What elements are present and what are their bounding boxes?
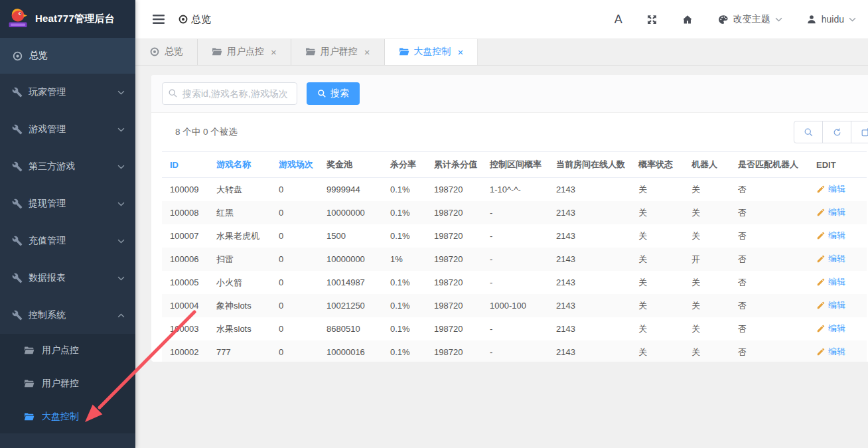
edit-button[interactable]: 编辑	[816, 323, 845, 335]
sidebar-group-5[interactable]: 数据报表	[0, 260, 135, 297]
column-header-0[interactable]: ID	[162, 152, 208, 178]
cell-name: 水果老虎机	[208, 224, 271, 248]
palette-icon	[717, 14, 729, 25]
cell-kill_total: 198720	[426, 248, 482, 271]
tab-3[interactable]: 大盘控制×	[385, 38, 478, 65]
cell-control_range: -	[482, 201, 548, 224]
selection-row: 8 个中 0 个被选	[151, 113, 868, 151]
cell-id: 100007	[162, 224, 208, 248]
tab-bar: 总览用户点控×用户群控×大盘控制×	[135, 38, 868, 66]
sidebar-subitem-0[interactable]: 用户点控	[0, 334, 135, 367]
edit-button[interactable]: 编辑	[816, 206, 845, 218]
export-button[interactable]	[851, 121, 868, 143]
selection-count: 8 个中 0 个被选	[175, 126, 238, 138]
edit-button[interactable]: 编辑	[816, 253, 845, 265]
tab-label: 总览	[165, 46, 183, 58]
font-size-icon[interactable]: A	[615, 13, 622, 27]
search-button-label: 搜索	[330, 88, 349, 100]
theme-switcher[interactable]: 改变主题	[717, 13, 782, 25]
column-header-2[interactable]: 游戏场次	[271, 152, 319, 178]
pencil-icon	[816, 231, 826, 240]
column-header-7: 当前房间在线人数	[548, 152, 630, 178]
refresh-button[interactable]	[822, 121, 851, 143]
sidebar-subitem-2[interactable]: 大盘控制	[0, 400, 135, 433]
chevron-down-icon	[117, 165, 125, 169]
fullscreen-icon[interactable]	[646, 14, 658, 25]
search-button[interactable]: 搜索	[307, 82, 360, 105]
sidebar-group-label: 玩家管理	[29, 86, 117, 98]
cell-kill_total: 198720	[426, 317, 482, 340]
edit-button[interactable]: 编辑	[816, 299, 845, 311]
cell-match_robot: 否	[730, 317, 808, 340]
edit-button[interactable]: 编辑	[816, 346, 845, 358]
cell-session: 0	[271, 317, 319, 340]
games-table-wrap: ID游戏名称游戏场次奖金池杀分率累计杀分值控制区间概率当前房间在线人数概率状态机…	[151, 151, 868, 362]
cell-robot: 关	[684, 340, 730, 362]
cell-edit: 编辑	[808, 271, 867, 294]
close-tab-icon[interactable]: ×	[458, 47, 464, 57]
edit-button[interactable]: 编辑	[816, 276, 845, 288]
menu-toggle-icon[interactable]	[153, 14, 165, 25]
sidebar-group-0[interactable]: 玩家管理	[0, 74, 135, 111]
cell-online: 2143	[548, 201, 630, 224]
chevron-down-icon	[849, 17, 856, 22]
folder-icon	[399, 47, 409, 56]
cell-prob_state: 关	[630, 224, 684, 248]
cell-kill_total: 198720	[426, 271, 482, 294]
sidebar-group-label: 充值管理	[29, 235, 117, 247]
cell-id: 100008	[162, 201, 208, 224]
sidebar-group-2[interactable]: 第三方游戏	[0, 148, 135, 185]
wrench-icon	[12, 198, 23, 209]
column-header-1[interactable]: 游戏名称	[208, 152, 271, 178]
user-menu[interactable]: huidu	[806, 14, 856, 25]
pencil-icon	[816, 185, 826, 194]
cell-name: 象神slots	[208, 294, 271, 317]
search-action-button[interactable]	[794, 121, 823, 143]
cell-kill_total: 198720	[426, 178, 482, 202]
pencil-icon	[816, 254, 826, 263]
chevron-down-icon	[117, 127, 125, 132]
theme-label: 改变主题	[733, 13, 770, 25]
tab-1[interactable]: 用户点控×	[198, 38, 291, 65]
cell-session: 0	[271, 178, 319, 202]
sidebar-group-1[interactable]: 游戏管理	[0, 111, 135, 148]
cell-pool: 10014987	[319, 271, 382, 294]
sidebar-item-overview[interactable]: 总览	[0, 38, 135, 74]
search-input[interactable]	[162, 82, 297, 105]
tab-2[interactable]: 用户群控×	[291, 38, 385, 65]
overview-icon	[149, 46, 160, 57]
sidebar-group-4[interactable]: 充值管理	[0, 222, 135, 260]
chevron-down-icon	[117, 239, 125, 244]
edit-button[interactable]: 编辑	[816, 230, 845, 242]
cell-prob_state: 关	[630, 271, 684, 294]
close-tab-icon[interactable]: ×	[364, 47, 370, 57]
cell-match_robot: 否	[730, 201, 808, 224]
cell-id: 100004	[162, 294, 208, 317]
logo-bar: Heat777管理后台	[0, 0, 135, 38]
folder-icon	[24, 412, 35, 421]
wrench-icon	[12, 273, 23, 283]
sidebar-subitem-1[interactable]: 用户群控	[0, 367, 135, 400]
sidebar-group-3[interactable]: 提现管理	[0, 185, 135, 222]
edit-label: 编辑	[828, 230, 845, 242]
cell-robot: 关	[684, 294, 730, 317]
cell-match_robot: 否	[730, 294, 808, 317]
sidebar-group-6[interactable]: 控制系统	[0, 297, 135, 334]
home-icon[interactable]	[682, 14, 693, 25]
close-tab-icon[interactable]: ×	[271, 47, 277, 57]
cell-kill_total: 198720	[426, 294, 482, 317]
table-row: 100007水果老虎机015000.1%198720-2143关关否编辑	[162, 224, 867, 248]
cell-control_range: -	[482, 340, 548, 362]
edit-label: 编辑	[828, 299, 845, 311]
tab-0[interactable]: 总览	[135, 38, 198, 65]
cell-prob_state: 关	[630, 317, 684, 340]
cell-pool: 10000000	[319, 201, 382, 224]
tab-label: 用户群控	[321, 46, 358, 58]
cell-prob_state: 关	[630, 340, 684, 362]
topbar: 总览 A 改变主题	[135, 0, 868, 39]
table-row: 100009大转盘099999440.1%1987201-10^-^-2143关…	[162, 178, 867, 202]
edit-button[interactable]: 编辑	[816, 183, 845, 195]
cell-online: 2143	[548, 340, 630, 362]
cell-name: 水果slots	[208, 317, 271, 340]
cell-control_range: -	[482, 317, 548, 340]
